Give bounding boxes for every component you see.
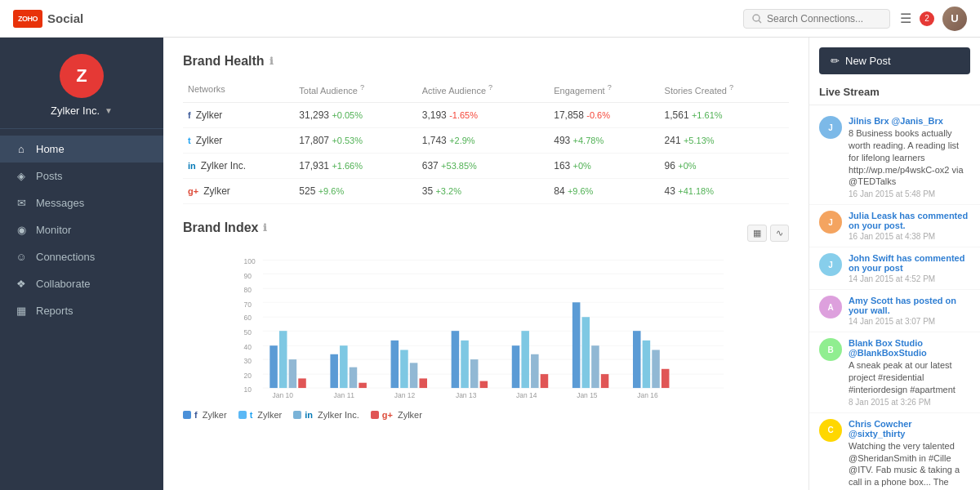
legend-tw-color	[238, 411, 247, 419]
sidebar-nav: ⌂ Home ◈ Posts ✉ Messages ◉ Monitor ☺	[0, 129, 163, 490]
svg-text:60: 60	[244, 314, 252, 322]
messages-icon: ✉	[15, 197, 28, 209]
total-audience: 31,293 +0.05%	[294, 102, 416, 127]
svg-text:20: 20	[244, 372, 252, 380]
svg-point-0	[753, 15, 760, 21]
logo: ZOHO Social	[13, 10, 83, 28]
col-active-audience: Active Audience ?	[417, 80, 549, 102]
right-panel: ✏ New Post Live Stream J Jilnis Brx @Jan…	[808, 38, 980, 490]
stream-avatar: J	[819, 211, 842, 234]
stream-user: Chris Cowcher @sixty_thirty	[849, 419, 970, 439]
engagement: 163 +0%	[549, 153, 659, 178]
sidebar-item-collaborate[interactable]: ❖ Collaborate	[0, 270, 163, 297]
sidebar-item-connections[interactable]: ☺ Connections	[0, 243, 163, 270]
svg-rect-34	[452, 331, 460, 388]
top-bar-icons: ☰ 2 U	[900, 7, 967, 31]
svg-rect-38	[512, 345, 520, 388]
line-chart-btn[interactable]: ∿	[770, 225, 789, 242]
sidebar-item-monitor[interactable]: ◉ Monitor	[0, 216, 163, 243]
stream-content: Jilnis Brx @Janis_Brx 8 Business books a…	[849, 116, 970, 198]
search-box[interactable]	[743, 9, 890, 29]
svg-rect-28	[350, 367, 358, 387]
sidebar-item-reports[interactable]: ▦ Reports	[0, 297, 163, 324]
svg-text:80: 80	[244, 285, 252, 293]
sidebar-item-label: Reports	[36, 305, 74, 317]
sidebar-item-label: Messages	[36, 197, 84, 209]
svg-rect-24	[289, 359, 297, 388]
app-name: Social	[47, 11, 83, 25]
monitor-icon: ◉	[15, 224, 28, 236]
engagement: 84 +9.6%	[549, 178, 659, 203]
network-cell: g+ Zylker	[183, 178, 294, 203]
stream-avatar: B	[819, 338, 842, 361]
profile-name: Zylker Inc.	[51, 105, 100, 117]
logo-box: ZOHO	[13, 10, 42, 28]
table-row: in Zylker Inc. 17,931 +1.66% 637 +53.85%…	[183, 153, 789, 178]
active-audience: 3,193 -1.65%	[417, 102, 549, 127]
stream-content: John Swift has commented on your post 14…	[849, 253, 970, 283]
table-row: f Zylker 31,293 +0.05% 3,193 -1.65% 17,8…	[183, 102, 789, 127]
svg-text:100: 100	[244, 256, 256, 265]
table-row: g+ Zylker 525 +9.6% 35 +3.2% 84 +9.6% 43…	[183, 178, 789, 203]
total-audience: 525 +9.6%	[294, 178, 416, 203]
reports-icon: ▦	[15, 305, 28, 317]
user-avatar[interactable]: U	[942, 7, 967, 31]
svg-rect-44	[591, 345, 599, 388]
svg-rect-35	[461, 340, 469, 387]
search-input[interactable]	[767, 13, 881, 24]
network-icon: f	[188, 110, 191, 120]
col-stories: Stories Created ?	[660, 80, 789, 102]
sidebar-item-label: Collaborate	[36, 278, 91, 290]
stream-user: Amy Scott has posted on your wall.	[849, 296, 970, 315]
svg-text:70: 70	[244, 300, 252, 308]
brand-index-chart: 100 90 80 70 60 50 40 30 20 10	[183, 255, 789, 402]
network-icon: t	[188, 136, 191, 145]
engagement: 17,858 -0.6%	[549, 102, 659, 127]
legend-google: g+ Zylker	[371, 410, 422, 420]
top-bar: ZOHO Social ☰ 2 U	[0, 0, 980, 38]
svg-rect-39	[521, 331, 529, 388]
stream-time: 14 Jan 2015 at 4:52 PM	[849, 274, 970, 283]
edit-icon: ✏	[831, 55, 840, 67]
notification-badge[interactable]: 2	[920, 11, 934, 26]
stream-content: Amy Scott has posted on your wall. 14 Ja…	[849, 296, 970, 326]
stream-time: 8 Jan 2015 at 3:26 PM	[849, 398, 970, 407]
network-cell: t Zylker	[183, 127, 294, 153]
svg-rect-33	[419, 378, 427, 388]
stream-avatar: J	[819, 253, 842, 276]
svg-rect-42	[572, 302, 581, 388]
chart-svg: 100 90 80 70 60 50 40 30 20 10	[183, 255, 789, 402]
menu-icon[interactable]: ☰	[900, 11, 911, 26]
profile-chevron-icon[interactable]: ▼	[105, 106, 113, 115]
bar-chart-btn[interactable]: ▦	[747, 225, 767, 242]
stream-item: C Chris Cowcher @sixty_thirty Watching t…	[809, 413, 980, 490]
active-audience: 1,743 +2.9%	[417, 127, 549, 153]
svg-text:Jan 12: Jan 12	[394, 390, 416, 399]
sidebar-profile: Z Zylker Inc. ▼	[0, 38, 163, 129]
svg-rect-22	[270, 345, 278, 388]
chart-legend: f Zylker t Zylker in Zylker Inc. g+ Zylk…	[183, 410, 789, 420]
new-post-button[interactable]: ✏ New Post	[819, 47, 970, 74]
stories-created: 1,561 +1.61%	[660, 102, 789, 127]
svg-rect-47	[643, 340, 651, 387]
connections-icon: ☺	[15, 251, 28, 263]
sidebar: Z Zylker Inc. ▼ ⌂ Home ◈ Posts ✉ Message…	[0, 38, 163, 490]
sidebar-item-messages[interactable]: ✉ Messages	[0, 189, 163, 216]
active-audience: 35 +3.2%	[417, 178, 549, 203]
legend-twitter: t Zylker	[238, 410, 283, 420]
svg-line-1	[759, 20, 761, 23]
active-audience: 637 +53.85%	[417, 153, 549, 178]
stream-item: J John Swift has commented on your post …	[809, 247, 980, 290]
stream-avatar: J	[819, 116, 842, 139]
svg-rect-46	[633, 331, 641, 388]
sidebar-item-posts[interactable]: ◈ Posts	[0, 163, 163, 189]
stream-content: Julia Leask has commented on your post. …	[849, 211, 970, 241]
legend-facebook: f Zylker	[183, 410, 227, 420]
stories-created: 96 +0%	[660, 153, 789, 178]
stream-item: J Jilnis Brx @Janis_Brx 8 Business books…	[809, 110, 980, 205]
sidebar-item-home[interactable]: ⌂ Home	[0, 136, 163, 163]
stream-time: 16 Jan 2015 at 4:38 PM	[849, 232, 970, 241]
profile-avatar: Z	[60, 54, 104, 98]
legend-linkedin: in Zylker Inc.	[293, 410, 359, 420]
svg-rect-27	[340, 345, 348, 388]
